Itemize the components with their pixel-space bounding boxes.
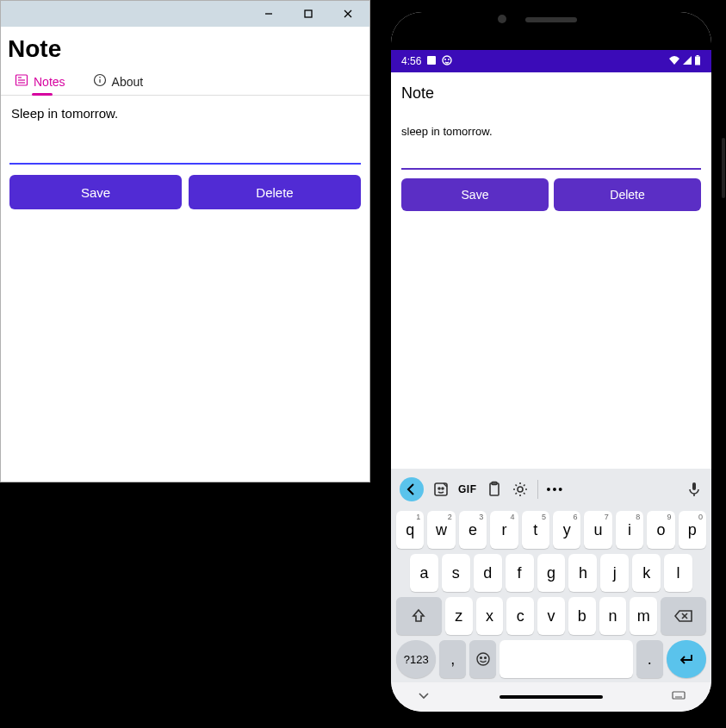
minimize-button[interactable] xyxy=(249,2,289,26)
nav-down-icon[interactable] xyxy=(417,688,431,706)
key-c[interactable]: c xyxy=(506,597,534,635)
key-g[interactable]: g xyxy=(537,554,566,592)
phone-frame: 4:56 Note xyxy=(381,0,722,724)
keyboard-toolbar: GIF ••• xyxy=(394,474,708,508)
tab-bar: Notes About xyxy=(1,70,369,96)
svg-rect-16 xyxy=(697,55,699,57)
svg-point-13 xyxy=(444,59,446,60)
key-e[interactable]: e3 xyxy=(459,511,487,549)
keyboard-row-4: ?123 , . xyxy=(394,638,708,681)
svg-point-22 xyxy=(518,487,523,492)
save-button[interactable]: Save xyxy=(401,178,549,211)
android-navbar xyxy=(391,682,711,712)
note-input[interactable] xyxy=(9,103,361,165)
key-x[interactable]: x xyxy=(476,597,504,635)
key-f[interactable]: f xyxy=(506,554,534,592)
key-h[interactable]: h xyxy=(568,554,597,592)
key-i[interactable]: i8 xyxy=(616,511,643,549)
key-z[interactable]: z xyxy=(445,597,473,635)
tab-notes[interactable]: Notes xyxy=(15,73,65,95)
key-a[interactable]: a xyxy=(410,554,438,592)
delete-button[interactable]: Delete xyxy=(554,178,701,211)
svg-rect-1 xyxy=(305,10,312,17)
key-j[interactable]: j xyxy=(600,554,629,592)
more-icon[interactable]: ••• xyxy=(547,482,565,496)
symbols-key[interactable]: ?123 xyxy=(396,640,436,678)
button-row: Save Delete xyxy=(1,168,369,216)
keyboard-row-3: zxcvbnm xyxy=(394,594,708,638)
key-d[interactable]: d xyxy=(474,554,502,592)
svg-rect-23 xyxy=(692,482,696,490)
key-u[interactable]: u7 xyxy=(584,511,611,549)
tab-about[interactable]: About xyxy=(93,73,144,95)
window-titlebar xyxy=(1,1,369,27)
signal-icon xyxy=(682,55,692,68)
gif-button[interactable]: GIF xyxy=(458,483,477,495)
gear-icon[interactable] xyxy=(512,481,529,498)
clipboard-icon[interactable] xyxy=(486,481,503,498)
close-button[interactable] xyxy=(328,2,368,26)
page-title: Note xyxy=(391,72,711,115)
space-key[interactable] xyxy=(500,640,633,678)
period-key[interactable]: . xyxy=(636,640,663,678)
status-app-icon-2 xyxy=(442,55,452,68)
svg-point-19 xyxy=(442,488,444,489)
toolbar-divider xyxy=(537,480,538,499)
comma-key[interactable]: , xyxy=(439,640,466,678)
keyboard-row-2: asdfghjkl xyxy=(394,551,708,594)
desktop-window: Note Notes About Save Delete xyxy=(0,0,370,482)
shift-key[interactable] xyxy=(396,597,442,635)
key-t[interactable]: t5 xyxy=(522,511,549,549)
phone-screen: 4:56 Note xyxy=(391,12,711,712)
key-b[interactable]: b xyxy=(568,597,596,635)
svg-point-14 xyxy=(448,59,450,60)
svg-point-18 xyxy=(438,488,440,489)
key-o[interactable]: o9 xyxy=(647,511,674,549)
page-title: Note xyxy=(1,27,369,70)
tab-label: Notes xyxy=(34,75,65,89)
phone-power-button xyxy=(722,138,725,198)
sticker-icon[interactable] xyxy=(432,481,450,498)
button-row: Save Delete xyxy=(391,170,711,220)
phone-speaker xyxy=(525,17,577,22)
keyboard-row-3-letters: zxcvbnm xyxy=(445,597,657,635)
key-n[interactable]: n xyxy=(599,597,627,635)
key-q[interactable]: q1 xyxy=(396,511,424,549)
svg-point-27 xyxy=(477,653,489,665)
key-l[interactable]: l xyxy=(664,554,692,592)
svg-point-10 xyxy=(99,77,101,78)
enter-key[interactable] xyxy=(667,640,706,678)
svg-point-28 xyxy=(480,657,481,659)
status-time: 4:56 xyxy=(401,55,421,67)
info-icon xyxy=(93,73,107,90)
svg-rect-11 xyxy=(427,56,436,65)
keyboard-switch-icon[interactable] xyxy=(672,688,686,706)
backspace-key[interactable] xyxy=(661,597,706,635)
key-v[interactable]: v xyxy=(537,597,565,635)
emoji-key[interactable] xyxy=(469,640,496,678)
soft-keyboard: GIF ••• q1w2e3r4t5y6u7i8o9p0 asdfghjkl xyxy=(391,469,711,682)
wifi-icon xyxy=(668,55,680,68)
save-button[interactable]: Save xyxy=(9,175,182,209)
note-input[interactable] xyxy=(401,121,701,170)
key-r[interactable]: r4 xyxy=(490,511,518,549)
phone-camera xyxy=(498,15,506,23)
nav-home-pill[interactable] xyxy=(500,695,603,699)
tab-label: About xyxy=(112,75,144,89)
keyboard-row-1: q1w2e3r4t5y6u7i8o9p0 xyxy=(394,508,708,551)
mic-icon[interactable] xyxy=(686,481,703,498)
battery-icon xyxy=(694,55,701,68)
status-app-icon xyxy=(426,55,437,68)
key-m[interactable]: m xyxy=(630,597,657,635)
svg-rect-30 xyxy=(673,692,685,699)
key-y[interactable]: y6 xyxy=(553,511,580,549)
key-p[interactable]: p0 xyxy=(679,511,706,549)
key-s[interactable]: s xyxy=(442,554,470,592)
key-k[interactable]: k xyxy=(632,554,661,592)
key-w[interactable]: w2 xyxy=(427,511,455,549)
keyboard-back-button[interactable] xyxy=(400,477,424,501)
status-bar: 4:56 xyxy=(391,50,711,72)
maximize-button[interactable] xyxy=(289,2,328,26)
delete-button[interactable]: Delete xyxy=(189,175,361,209)
svg-point-29 xyxy=(484,657,486,659)
